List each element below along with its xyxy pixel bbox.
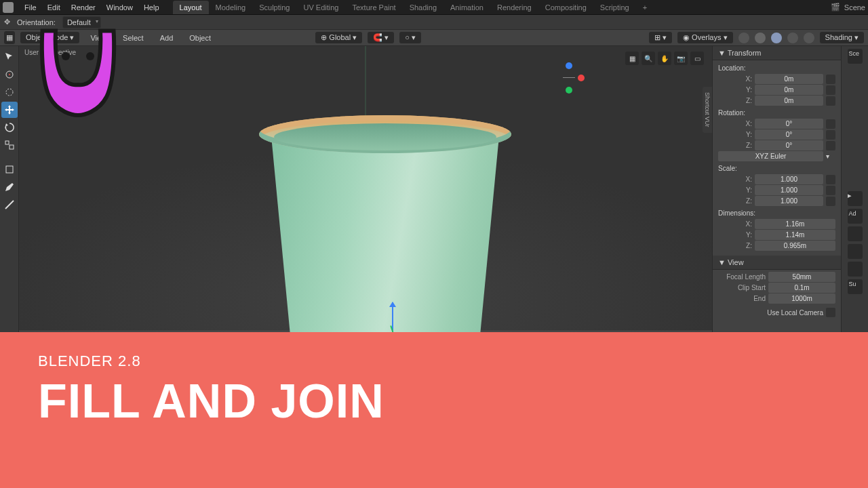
transform-tool[interactable] — [1, 161, 18, 178]
svg-point-8 — [62, 52, 70, 60]
location-label: Location: — [718, 62, 835, 73]
lock-icon[interactable] — [826, 130, 835, 140]
nav-persp-icon[interactable]: ▭ — [690, 52, 704, 65]
nav-camera-icon[interactable]: 📷 — [674, 52, 688, 65]
banner-title: FILL AND JOIN — [38, 374, 830, 428]
vertical-tab-shortcut[interactable]: Shortcut VUr — [703, 87, 712, 133]
nav-zoom-icon[interactable]: 🔍 — [642, 52, 655, 65]
lock-icon[interactable] — [826, 197, 835, 206]
measure-tool[interactable] — [1, 197, 18, 213]
scale-tool[interactable] — [1, 137, 18, 153]
lock-icon[interactable] — [826, 75, 835, 84]
nav-pan-icon[interactable]: ✋ — [658, 52, 671, 65]
lock-icon[interactable] — [826, 141, 835, 150]
view-panel-header[interactable]: ▼ View — [713, 256, 841, 270]
svg-point-9 — [86, 52, 94, 60]
overlays-toggle[interactable]: ◉ Overlays ▾ — [677, 32, 733, 43]
rotation-label: Rotation: — [718, 106, 835, 118]
dim-y[interactable]: 1.14m — [755, 230, 835, 240]
tab-modeling[interactable]: Modeling — [209, 1, 253, 14]
location-z[interactable]: 0m — [755, 96, 823, 106]
tab-compositing[interactable]: Compositing — [538, 1, 593, 14]
cup-mesh-object[interactable] — [250, 100, 521, 358]
channel-beard-logo-icon — [27, 26, 129, 117]
svg-point-2 — [6, 89, 13, 96]
scale-y[interactable]: 1.000 — [755, 185, 823, 195]
focal-length[interactable]: 50mm — [768, 272, 835, 282]
transform-panel-header[interactable]: ▼ Transform — [713, 46, 841, 60]
menu-file[interactable]: File — [19, 1, 42, 14]
lock-icon[interactable] — [826, 119, 835, 129]
dim-z[interactable]: 0.965m — [755, 241, 835, 251]
menu-window[interactable]: Window — [101, 1, 138, 14]
tab-scripting[interactable]: Scripting — [593, 1, 636, 14]
menu-edit[interactable]: Edit — [42, 1, 66, 14]
tab-layout[interactable]: Layout — [173, 1, 209, 14]
menu-help[interactable]: Help — [138, 1, 165, 14]
shading-solid[interactable] — [771, 33, 782, 43]
use-local-camera-checkbox[interactable] — [826, 308, 835, 317]
select-circle-tool[interactable] — [1, 84, 18, 100]
tab-add[interactable]: + — [636, 1, 654, 14]
cursor-tool[interactable] — [1, 66, 18, 83]
add-menu[interactable]: Add — [155, 32, 179, 44]
menu-render[interactable]: Render — [66, 1, 101, 14]
lock-icon[interactable] — [826, 175, 835, 184]
scene-icon: 🎬 — [831, 3, 840, 12]
axis-navigation-gizmo[interactable] — [553, 62, 585, 94]
annotate-tool[interactable] — [1, 179, 18, 195]
tab-shading[interactable]: Shading — [403, 1, 443, 14]
properties-toggle-icon[interactable]: ▸ — [848, 191, 863, 206]
rotation-z[interactable]: 0° — [755, 140, 823, 150]
shading-dropdown[interactable]: Shading ▾ — [820, 32, 864, 43]
lock-icon[interactable] — [826, 85, 835, 95]
shading-wireframe[interactable] — [755, 33, 766, 43]
rotation-x[interactable]: 0° — [755, 119, 823, 129]
snap-toggle[interactable]: 🧲 ▾ — [368, 32, 394, 43]
move-tool-icon: ✥ — [4, 18, 10, 26]
xray-toggle[interactable] — [738, 33, 749, 43]
svg-point-1 — [9, 74, 10, 75]
add-modifier-icon[interactable]: Ad — [848, 209, 863, 224]
lock-icon[interactable] — [826, 96, 835, 106]
select-box-tool[interactable] — [1, 49, 18, 65]
shading-rendered[interactable] — [804, 33, 814, 43]
shading-material[interactable] — [787, 33, 798, 43]
outliner-icon[interactable]: Sce — [848, 49, 863, 64]
rotate-tool[interactable] — [1, 119, 18, 136]
rotation-y[interactable]: 0° — [755, 129, 823, 140]
scene-selector[interactable]: 🎬 Scene — [831, 3, 865, 12]
orientation-label: Orientation: — [17, 18, 56, 26]
output-props-icon[interactable] — [848, 244, 863, 259]
tab-rendering[interactable]: Rendering — [490, 1, 538, 14]
proportional-edit[interactable]: ○ ▾ — [399, 32, 421, 43]
scene-props-icon[interactable]: Su — [848, 279, 863, 294]
workspace-tabs: Layout Modeling Sculpting UV Editing Tex… — [173, 1, 654, 14]
object-menu[interactable]: Object — [184, 32, 216, 44]
orientation-global[interactable]: ⊕ Global ▾ — [315, 32, 362, 43]
tab-uv[interactable]: UV Editing — [296, 1, 345, 14]
scale-x[interactable]: 1.000 — [755, 174, 823, 184]
dim-x[interactable]: 1.16m — [755, 219, 835, 229]
use-local-camera-label: Use Local Camera — [718, 309, 823, 317]
clip-start[interactable]: 0.1m — [768, 283, 835, 293]
lock-icon[interactable] — [826, 186, 835, 195]
move-tool[interactable] — [1, 102, 18, 118]
location-x[interactable]: 0m — [755, 74, 823, 84]
nav-grid-icon[interactable]: ▦ — [625, 52, 639, 65]
location-y[interactable]: 0m — [755, 85, 823, 95]
clip-end[interactable]: 1000m — [768, 293, 835, 304]
banner-subtitle: BLENDER 2.8 — [38, 352, 830, 370]
render-props-icon[interactable] — [848, 226, 863, 241]
tab-animation[interactable]: Animation — [443, 1, 490, 14]
scene-label: Scene — [844, 3, 865, 12]
rotation-mode[interactable]: XYZ Euler — [718, 151, 823, 161]
tab-texture[interactable]: Texture Paint — [345, 1, 402, 14]
svg-rect-3 — [5, 141, 9, 144]
editor-type-icon[interactable]: ▦ — [4, 31, 15, 44]
tab-sculpting[interactable]: Sculpting — [252, 1, 296, 14]
tool-settings-bar: ✥ Orientation: Default — [0, 15, 868, 30]
view-layer-icon[interactable] — [848, 262, 863, 277]
scale-z[interactable]: 1.000 — [755, 196, 823, 206]
gizmo-visibility[interactable]: ⊞ ▾ — [649, 32, 672, 43]
